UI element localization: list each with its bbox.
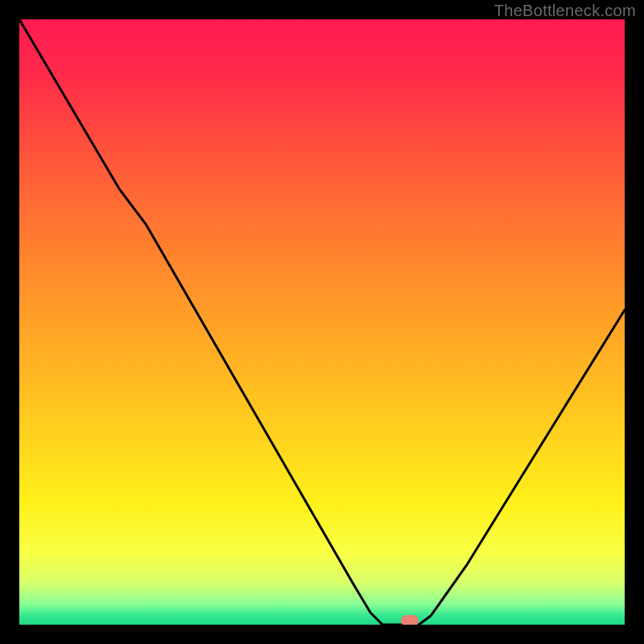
watermark-text: TheBottleneck.com [494,2,636,20]
plot-svg [19,19,625,625]
gradient-background [19,19,625,625]
optimal-point-marker [401,615,419,625]
plot-area [19,19,625,625]
chart-canvas: TheBottleneck.com [0,0,644,644]
